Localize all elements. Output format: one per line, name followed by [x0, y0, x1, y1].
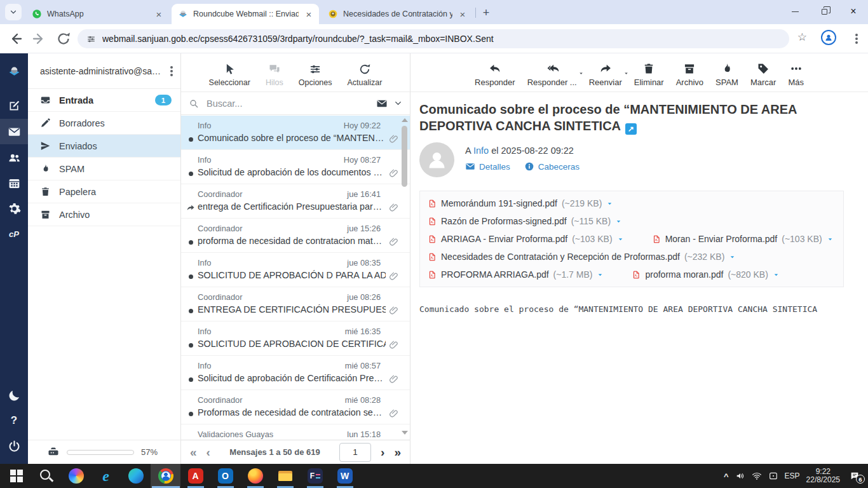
window-close-button[interactable]: ×	[839, 0, 868, 23]
message-row[interactable]: Info mié 16:35 SOLICITUD DE APROBACION D…	[181, 322, 410, 356]
sidebar-folder-item[interactable]: Archivo	[28, 203, 180, 226]
message-row[interactable]: Info mié 08:57 Solicitud de aprobación d…	[181, 356, 410, 390]
message-toolbar-button[interactable]: Marcar	[750, 62, 776, 87]
search-options-chevron-icon[interactable]	[394, 99, 402, 107]
taskbar-app-button[interactable]: A	[180, 464, 210, 488]
rail-item-calendar[interactable]	[0, 170, 28, 196]
headers-link[interactable]: Cabeceras	[524, 161, 580, 172]
back-button[interactable]	[8, 31, 23, 46]
sidebar-folder-item[interactable]: Entrada 1	[28, 89, 180, 112]
notification-center-button[interactable]: 6	[849, 471, 860, 481]
taskbar-app-button[interactable]: F	[300, 464, 330, 488]
taskbar-app-button[interactable]	[270, 464, 300, 488]
attachment-name[interactable]: Memorándum 191-signed.pdf	[441, 198, 557, 208]
attachment-menu-caret-icon[interactable]	[617, 236, 624, 243]
scrollbar-thumb[interactable]	[402, 126, 407, 187]
attachment-name[interactable]: ARRIAGA - Enviar Proforma.pdf	[441, 234, 567, 244]
window-restore-button[interactable]	[810, 0, 839, 23]
attachment-name[interactable]: Necesidades de Contratación y Recepción …	[441, 252, 680, 262]
rail-item-contacts[interactable]	[0, 145, 28, 170]
message-row[interactable]: Validaciones Guayas lun 15:18	[181, 424, 410, 440]
help-button[interactable]: ?	[0, 408, 28, 433]
message-row[interactable]: Coordinador jue 16:41 entrega de Certifi…	[181, 184, 410, 219]
taskbar-app-button[interactable]	[121, 464, 151, 488]
logout-button[interactable]	[0, 433, 28, 459]
attachment-menu-caret-icon[interactable]	[615, 218, 622, 225]
list-toolbar-button[interactable]: Hilos	[266, 63, 283, 87]
first-page-button[interactable]: «	[190, 446, 197, 458]
taskbar-app-button[interactable]: O	[210, 464, 240, 488]
taskbar-app-button[interactable]	[1, 464, 31, 488]
sidebar-folder-item[interactable]: Borradores	[28, 112, 180, 135]
message-toolbar-button[interactable]: Responder	[475, 62, 515, 87]
profile-avatar[interactable]	[821, 30, 836, 45]
message-row[interactable]: Coordinador jue 08:26 ENTREGA DE CERTIFI…	[181, 287, 410, 322]
details-link[interactable]: Detalles	[465, 161, 510, 172]
reload-button[interactable]	[56, 31, 71, 46]
compose-button[interactable]	[0, 93, 28, 118]
attachment-name[interactable]: proforma moran.pdf	[645, 269, 723, 280]
browser-men-icon[interactable]	[855, 37, 858, 40]
account-menu-icon[interactable]	[170, 70, 173, 72]
rail-item-cpanel[interactable]: cP	[0, 221, 28, 247]
attachment-name[interactable]: PROFORMA ARRIAGA.pdf	[441, 269, 549, 280]
taskbar-app-button[interactable]	[240, 464, 270, 488]
rail-item-mail[interactable]	[0, 119, 28, 144]
address-bar[interactable]: webmail.sanjuan.gob.ec/cpsess6426731059/…	[78, 29, 789, 48]
list-toolbar-button[interactable]: Actualizar	[348, 63, 383, 87]
next-page-button[interactable]: ›	[381, 446, 384, 458]
prev-page-button[interactable]: ‹	[207, 446, 210, 458]
attachment-menu-caret-icon[interactable]	[827, 236, 834, 243]
message-toolbar-button[interactable]: Más	[788, 62, 804, 87]
last-page-button[interactable]: »	[394, 446, 401, 458]
roundcube-logo[interactable]	[0, 58, 28, 84]
taskbar-app-button[interactable]	[151, 464, 180, 488]
account-header[interactable]: asistente-administrativo@sa…	[28, 53, 180, 89]
device-icon[interactable]	[768, 471, 778, 481]
wifi-icon[interactable]	[752, 471, 762, 481]
message-row[interactable]: Coordinador jue 15:26 proforma de necesi…	[181, 219, 410, 253]
search-scope-envelope-icon[interactable]	[376, 98, 388, 109]
attachment-menu-caret-icon[interactable]	[729, 254, 736, 261]
taskbar-app-button[interactable]: W	[330, 464, 360, 488]
message-toolbar-button[interactable]: SPAM	[715, 62, 738, 87]
message-row[interactable]: Info Hoy 09:22 Comunicado sobre el proce…	[181, 116, 410, 150]
message-toolbar-button[interactable]: Archivo	[676, 62, 703, 87]
attachment-name[interactable]: Razón de Proformas-signed.pdf	[441, 216, 567, 226]
scroll-up-icon[interactable]	[402, 118, 408, 122]
message-toolbar-button[interactable]: Reenviar	[589, 62, 622, 87]
dark-mode-button[interactable]	[0, 383, 28, 408]
list-toolbar-button[interactable]: Opciones	[299, 63, 332, 87]
message-row[interactable]: Info Hoy 08:27 Solicitud de aprobación d…	[181, 150, 410, 184]
forward-button[interactable]	[32, 31, 47, 46]
taskbar-app-button[interactable]: e	[91, 464, 121, 488]
bookmark-star-icon[interactable]: ☆	[797, 32, 807, 43]
caret-down-icon[interactable]	[623, 71, 629, 76]
list-scrollbar[interactable]	[401, 117, 409, 436]
language-indicator[interactable]: ESP	[785, 471, 800, 480]
clock[interactable]: 9:22 22/8/2025	[806, 468, 840, 484]
caret-down-icon[interactable]	[578, 71, 584, 76]
list-toolbar-button[interactable]: Seleccionar	[209, 63, 250, 87]
tab-search-button[interactable]	[5, 4, 22, 20]
message-toolbar-button[interactable]: Eliminar	[634, 62, 664, 87]
attachment-menu-caret-icon[interactable]	[597, 271, 604, 278]
tray-expand-icon[interactable]: ^	[724, 471, 729, 481]
attachment-name[interactable]: Moran - Enviar Proforma.pdf	[665, 234, 778, 244]
message-row[interactable]: Info jue 08:35 SOLICITUD DE APROBACIÓN D…	[181, 253, 410, 287]
rail-item-settings[interactable]	[0, 196, 28, 221]
new-tab-button[interactable]: +	[478, 4, 494, 21]
message-toolbar-button[interactable]: Responder ...	[527, 62, 577, 87]
speaker-icon[interactable]	[735, 471, 745, 481]
sidebar-folder-item[interactable]: Enviados	[28, 135, 180, 158]
sidebar-folder-item[interactable]: SPAM	[28, 158, 180, 180]
sidebar-folder-item[interactable]: Papelera	[28, 180, 180, 203]
page-number-input[interactable]	[339, 443, 371, 462]
search-input[interactable]	[205, 98, 370, 109]
tab-close-icon[interactable]: ×	[458, 9, 468, 20]
scroll-down-icon[interactable]	[402, 431, 408, 435]
window-minimize-button[interactable]	[780, 0, 810, 23]
tab-whatsapp[interactable]: WhatsApp ×	[25, 4, 169, 24]
attachment-menu-caret-icon[interactable]	[606, 200, 613, 207]
message-row[interactable]: Coordinador mié 08:28 Proformas de neces…	[181, 390, 410, 424]
